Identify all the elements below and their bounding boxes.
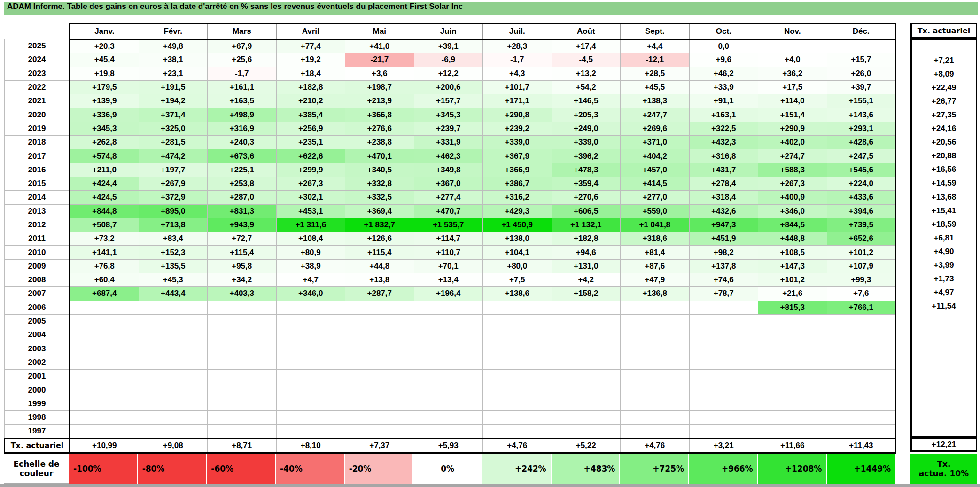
cell-2006-m9[interactable] xyxy=(621,301,690,314)
cell-2014-m5[interactable]: +332,5 xyxy=(345,191,414,204)
cell-2021-m3[interactable]: +163,5 xyxy=(208,94,277,108)
month-header-5[interactable]: Mai xyxy=(345,23,414,39)
cell-2013-m3[interactable]: +831,3 xyxy=(208,204,277,218)
tx-actuariel-2013[interactable]: +15,41 xyxy=(912,204,976,217)
cell-2002-m3[interactable] xyxy=(208,356,277,369)
cell-2008-m10[interactable]: +74,6 xyxy=(689,273,758,287)
cell-2007-m5[interactable]: +287,7 xyxy=(345,287,414,301)
tx-actuariel-2022[interactable]: +22,49 xyxy=(912,81,976,94)
cell-2020-m7[interactable]: +290,8 xyxy=(483,108,552,122)
cell-2004-m1[interactable] xyxy=(70,328,139,342)
cell-2023-m10[interactable]: +46,2 xyxy=(689,67,758,80)
cell-2022-m12[interactable]: +39,7 xyxy=(827,80,896,94)
year-label-2013[interactable]: 2013 xyxy=(5,204,70,218)
cell-2019-m3[interactable]: +316,9 xyxy=(208,122,277,135)
cell-2015-m12[interactable]: +224,0 xyxy=(827,177,896,190)
cell-1999-m6[interactable] xyxy=(414,397,483,410)
cell-2012-m3[interactable]: +943,9 xyxy=(208,218,277,232)
year-label-2016[interactable]: 2016 xyxy=(5,163,70,177)
year-label-2021[interactable]: 2021 xyxy=(5,94,70,108)
cell-2021-m5[interactable]: +213,9 xyxy=(345,94,414,108)
cell-2011-m2[interactable]: +83,4 xyxy=(139,232,208,246)
year-label-2009[interactable]: 2009 xyxy=(5,259,70,273)
cell-2013-m11[interactable]: +346,0 xyxy=(758,204,827,218)
cell-2024-m3[interactable]: +25,6 xyxy=(208,53,277,67)
cell-2000-m2[interactable] xyxy=(139,383,208,397)
year-label-2002[interactable]: 2002 xyxy=(5,356,70,369)
cell-2017-m4[interactable]: +622,6 xyxy=(276,149,345,163)
cell-2002-m1[interactable] xyxy=(70,356,139,369)
cell-2020-m5[interactable]: +366,8 xyxy=(345,108,414,122)
cell-1998-m10[interactable] xyxy=(689,411,758,425)
cell-2014-m12[interactable]: +433,6 xyxy=(827,191,896,204)
cell-2025-m8[interactable]: +17,4 xyxy=(552,39,621,53)
cell-1998-m4[interactable] xyxy=(276,411,345,425)
cell-2019-m12[interactable]: +293,1 xyxy=(827,122,896,135)
tx-actuariel-2014[interactable]: +13,68 xyxy=(912,190,976,204)
cell-2024-m6[interactable]: -6,9 xyxy=(414,53,483,67)
cell-1999-m10[interactable] xyxy=(689,397,758,410)
cell-2007-m1[interactable]: +687,4 xyxy=(70,287,139,301)
cell-2000-m8[interactable] xyxy=(552,383,621,397)
tx-actuariel-month-8[interactable]: +5,22 xyxy=(552,438,621,453)
cell-2005-m12[interactable] xyxy=(827,314,896,328)
cell-2019-m11[interactable]: +290,9 xyxy=(758,122,827,135)
cell-2015-m10[interactable]: +278,4 xyxy=(689,177,758,190)
cell-2006-m1[interactable] xyxy=(70,301,139,314)
cell-2017-m8[interactable]: +396,2 xyxy=(552,149,621,163)
year-label-2008[interactable]: 2008 xyxy=(5,273,70,287)
cell-2015-m11[interactable]: +267,3 xyxy=(758,177,827,190)
cell-2018-m5[interactable]: +238,8 xyxy=(345,136,414,149)
cell-2003-m3[interactable] xyxy=(208,342,277,356)
month-header-11[interactable]: Nov. xyxy=(758,23,827,39)
cell-2015-m3[interactable]: +253,8 xyxy=(208,177,277,190)
cell-2025-m9[interactable]: +4,4 xyxy=(621,39,690,53)
cell-2001-m11[interactable] xyxy=(758,370,827,383)
cell-2014-m11[interactable]: +400,9 xyxy=(758,191,827,204)
tx-actuariel-2011[interactable]: +6,81 xyxy=(912,231,976,245)
cell-2012-m7[interactable]: +1 450,9 xyxy=(483,218,552,232)
cell-2014-m6[interactable]: +277,4 xyxy=(414,191,483,204)
tx-actuariel-2008[interactable]: +1,73 xyxy=(912,272,976,286)
cell-2016-m1[interactable]: +211,0 xyxy=(70,163,139,177)
cell-2025-m3[interactable]: +67,9 xyxy=(208,39,277,53)
cell-2017-m5[interactable]: +470,1 xyxy=(345,149,414,163)
cell-2012-m1[interactable]: +508,7 xyxy=(70,218,139,232)
cell-2021-m6[interactable]: +157,7 xyxy=(414,94,483,108)
cell-2009-m7[interactable]: +80,0 xyxy=(483,259,552,273)
cell-2012-m9[interactable]: +1 041,8 xyxy=(621,218,690,232)
cell-2008-m1[interactable]: +60,4 xyxy=(70,273,139,287)
cell-2012-m12[interactable]: +739,5 xyxy=(827,218,896,232)
cell-2025-m2[interactable]: +49,8 xyxy=(139,39,208,53)
cell-1997-m4[interactable] xyxy=(276,425,345,438)
cell-1998-m6[interactable] xyxy=(414,411,483,425)
cell-2007-m9[interactable]: +136,8 xyxy=(621,287,690,301)
cell-2009-m2[interactable]: +135,5 xyxy=(139,259,208,273)
cell-1998-m12[interactable] xyxy=(827,411,896,425)
cell-2020-m11[interactable]: +151,4 xyxy=(758,108,827,122)
cell-2001-m5[interactable] xyxy=(345,370,414,383)
cell-2007-m8[interactable]: +158,2 xyxy=(552,287,621,301)
cell-2010-m12[interactable]: +101,2 xyxy=(827,246,896,259)
cell-2004-m5[interactable] xyxy=(345,328,414,342)
cell-2005-m6[interactable] xyxy=(414,314,483,328)
cell-2007-m11[interactable]: +21,6 xyxy=(758,287,827,301)
cell-2010-m9[interactable]: +81,4 xyxy=(621,246,690,259)
cell-2001-m10[interactable] xyxy=(689,370,758,383)
cell-2010-m8[interactable]: +94,6 xyxy=(552,246,621,259)
year-label-2023[interactable]: 2023 xyxy=(5,67,70,80)
cell-2013-m7[interactable]: +429,3 xyxy=(483,204,552,218)
cell-2024-m12[interactable]: +15,7 xyxy=(827,53,896,67)
year-label-2014[interactable]: 2014 xyxy=(5,191,70,204)
month-header-6[interactable]: Juin xyxy=(414,23,483,39)
cell-1998-m1[interactable] xyxy=(70,411,139,425)
cell-2002-m11[interactable] xyxy=(758,356,827,369)
cell-2009-m11[interactable]: +147,3 xyxy=(758,259,827,273)
cell-2020-m6[interactable]: +345,3 xyxy=(414,108,483,122)
tx-actuariel-2004[interactable] xyxy=(912,327,976,340)
cell-2011-m4[interactable]: +108,4 xyxy=(276,232,345,246)
cell-2006-m5[interactable] xyxy=(345,301,414,314)
cell-2018-m7[interactable]: +339,0 xyxy=(483,136,552,149)
cell-2000-m9[interactable] xyxy=(621,383,690,397)
cell-2017-m11[interactable]: +274,7 xyxy=(758,149,827,163)
